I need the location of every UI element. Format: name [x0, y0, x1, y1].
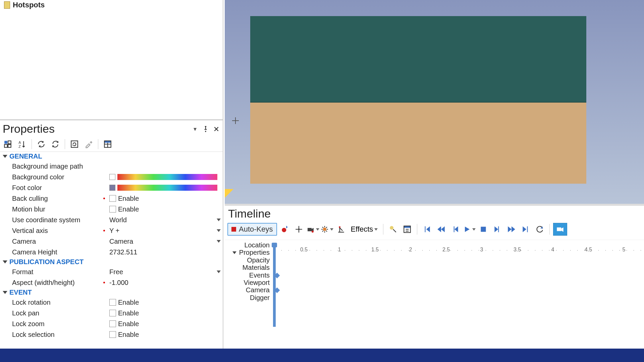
svg-rect-11 — [308, 228, 312, 231]
eyedropper-icon[interactable] — [83, 138, 95, 150]
timeline-panel: Timeline Auto-Keys Effects — [225, 206, 644, 349]
svg-point-15 — [390, 226, 394, 230]
go-to-start-icon[interactable] — [421, 223, 433, 236]
toolbar-separator — [549, 224, 550, 235]
autokeys-toggle[interactable]: Auto-Keys — [227, 223, 277, 236]
panel-header-controls: ▾ — [192, 126, 219, 132]
color-swatch[interactable] — [109, 185, 115, 191]
track-location[interactable]: Location — [227, 241, 270, 249]
prop-camera[interactable]: Camera Camera — [0, 236, 223, 247]
prop-lock-pan[interactable]: Lock pan Enable — [0, 308, 223, 318]
panel-menu-icon[interactable]: ▾ — [192, 126, 198, 132]
track-properties[interactable]: Properties — [227, 249, 270, 256]
track-camera[interactable]: Camera — [227, 286, 270, 294]
playhead[interactable] — [273, 243, 276, 327]
prop-bg-image-path[interactable]: Background image path — [0, 161, 223, 172]
prop-format[interactable]: Format Free — [0, 266, 223, 277]
checkbox[interactable] — [109, 299, 116, 306]
digger-key-icon[interactable] — [335, 223, 347, 236]
prop-foot-color[interactable]: Foot color — [0, 182, 223, 193]
alphabetical-icon[interactable]: AZ — [16, 138, 28, 150]
go-to-end-icon[interactable] — [519, 223, 532, 236]
timeline-ruler-area[interactable]: 0.5 1 1.5 2 2.5 3 3.5 4 4.5 5 — [272, 240, 644, 327]
svg-text:A: A — [18, 140, 21, 144]
key-filter-icon[interactable] — [387, 223, 399, 236]
chevron-down-icon[interactable] — [217, 270, 221, 273]
prop-vertical-axis[interactable]: Vertical axis Y + — [0, 225, 223, 236]
checkbox[interactable] — [109, 206, 116, 213]
loop-icon[interactable] — [533, 223, 546, 236]
chevron-down-icon[interactable] — [217, 240, 221, 243]
hotspots-node[interactable]: Hotspots — [0, 0, 223, 10]
sync-icon[interactable] — [49, 138, 61, 150]
toolbar-separator — [417, 224, 417, 235]
timeline-body: Location Properties Opacity Materials Ev… — [225, 240, 644, 327]
capture-video-icon[interactable] — [553, 223, 567, 236]
pin-icon[interactable] — [203, 126, 209, 132]
fast-rewind-icon[interactable] — [435, 223, 447, 236]
color-swatch[interactable] — [109, 174, 115, 180]
record-key-icon[interactable] — [278, 223, 291, 236]
section-publication[interactable]: PUBLICATION ASPECT — [0, 257, 223, 266]
properties-title: Properties — [3, 122, 55, 135]
explode-key-icon[interactable] — [321, 223, 333, 236]
chevron-down-icon[interactable] — [374, 228, 378, 231]
prop-bg-color[interactable]: Background color — [0, 172, 223, 182]
axis-gizmo-icon[interactable] — [225, 189, 233, 198]
modified-indicator-icon — [103, 282, 105, 284]
prop-lock-rotation[interactable]: Lock rotation Enable — [0, 297, 223, 308]
track-materials[interactable]: Materials — [227, 264, 270, 271]
viewport-3d[interactable] — [225, 0, 644, 204]
checkbox[interactable] — [109, 320, 116, 327]
prop-lock-zoom[interactable]: Lock zoom Enable — [0, 318, 223, 329]
color-spectrum[interactable] — [117, 185, 217, 191]
chevron-down-icon[interactable] — [217, 219, 221, 221]
key-editor-icon[interactable] — [401, 223, 414, 236]
table-icon[interactable] — [102, 138, 114, 150]
section-general[interactable]: GENERAL — [0, 152, 223, 161]
close-icon[interactable] — [213, 126, 219, 132]
chevron-down-icon[interactable] — [217, 229, 221, 232]
prop-coord-system[interactable]: Use coordinate system World — [0, 215, 223, 225]
track-digger[interactable]: Digger — [227, 294, 270, 301]
timeline-title: Timeline — [225, 206, 644, 222]
svg-rect-1 — [8, 141, 11, 144]
modified-indicator-icon — [103, 230, 105, 232]
checkbox[interactable] — [109, 331, 116, 338]
track-viewport[interactable]: Viewport — [227, 279, 270, 286]
fast-forward-icon[interactable] — [505, 223, 518, 236]
prop-camera-height[interactable]: Camera Height 2732.511 — [0, 247, 223, 257]
section-event[interactable]: EVENT — [0, 288, 223, 297]
svg-point-12 — [312, 231, 314, 233]
prop-motion-blur[interactable]: Motion blur Enable — [0, 204, 223, 215]
modified-indicator-icon — [103, 198, 105, 199]
stop-icon[interactable] — [477, 223, 490, 236]
restore-default-icon[interactable] — [68, 138, 80, 150]
properties-scroll[interactable]: GENERAL Background image path Background… — [0, 152, 223, 349]
effects-dropdown[interactable]: Effects — [349, 223, 380, 236]
color-spectrum[interactable] — [117, 174, 217, 180]
scene-sky — [250, 16, 586, 103]
refresh-icon[interactable] — [35, 138, 47, 150]
chevron-down-icon[interactable] — [316, 228, 319, 231]
scene-tree-panel: Hotspots — [0, 0, 223, 119]
checkbox[interactable] — [109, 310, 116, 316]
checkbox[interactable] — [109, 195, 116, 202]
svg-rect-3 — [8, 144, 11, 147]
step-forward-icon[interactable] — [491, 223, 504, 236]
chevron-down-icon[interactable] — [472, 228, 476, 231]
prop-lock-selection[interactable]: Lock selection Enable — [0, 329, 223, 340]
step-back-icon[interactable] — [449, 223, 462, 236]
chevron-down-icon[interactable] — [330, 228, 333, 231]
play-icon[interactable] — [463, 223, 476, 236]
camera-key-icon[interactable] — [307, 223, 319, 236]
svg-point-9 — [282, 228, 286, 232]
prop-aspect[interactable]: Aspect (width/height) -1.000 — [0, 277, 223, 288]
track-opacity[interactable]: Opacity — [227, 256, 270, 264]
categorized-icon[interactable] — [2, 138, 14, 150]
svg-point-13 — [323, 228, 326, 231]
timeline-ruler[interactable]: 0.5 1 1.5 2 2.5 3 3.5 4 4.5 5 — [272, 247, 644, 255]
axis-key-icon[interactable] — [292, 223, 305, 236]
track-events[interactable]: Events — [227, 272, 270, 279]
prop-back-culling[interactable]: Back culling Enable — [0, 193, 223, 204]
